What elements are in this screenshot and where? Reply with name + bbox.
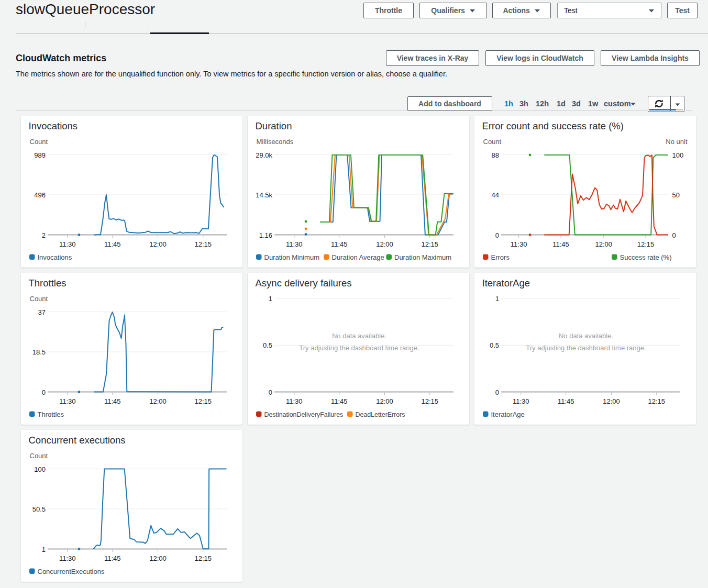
svg-text:DeadLetterErrors: DeadLetterErrors — [356, 411, 405, 418]
svg-text:Throttles: Throttles — [29, 278, 67, 289]
svg-text:12:15: 12:15 — [194, 240, 212, 248]
svg-text:11:30: 11:30 — [286, 240, 303, 248]
svg-text:11:30: 11:30 — [59, 240, 76, 248]
svg-text:DestinationDeliveryFailures: DestinationDeliveryFailures — [264, 411, 344, 418]
svg-text:100: 100 — [672, 151, 684, 159]
svg-text:Success rate (%): Success rate (%) — [620, 253, 672, 261]
svg-text:11:45: 11:45 — [104, 240, 121, 248]
svg-text:0.5: 0.5 — [263, 341, 272, 349]
svg-text:14.5k: 14.5k — [256, 191, 272, 199]
svg-text:Count: Count — [30, 138, 48, 146]
svg-text:Errors: Errors — [491, 253, 510, 261]
svg-text:44: 44 — [492, 191, 499, 199]
svg-text:29.0k: 29.0k — [256, 151, 272, 159]
svg-text:50: 50 — [672, 191, 680, 199]
svg-text:12:15: 12:15 — [421, 397, 438, 405]
svg-text:Count: Count — [483, 138, 502, 146]
svg-text:50.5: 50.5 — [32, 505, 46, 513]
svg-text:Duration Minimum: Duration Minimum — [264, 253, 319, 261]
svg-text:12:15: 12:15 — [637, 240, 655, 248]
svg-text:12:00: 12:00 — [376, 240, 393, 248]
svg-text:0: 0 — [42, 389, 46, 396]
svg-text:1: 1 — [42, 546, 46, 553]
svg-text:Invocations: Invocations — [29, 120, 78, 131]
svg-text:11:45: 11:45 — [104, 397, 121, 405]
svg-text:12:15: 12:15 — [648, 397, 665, 405]
svg-text:Duration Maximum: Duration Maximum — [394, 253, 451, 261]
svg-text:496: 496 — [34, 191, 46, 199]
svg-text:11:30: 11:30 — [59, 397, 76, 405]
svg-text:100: 100 — [34, 465, 46, 473]
svg-text:Throttles: Throttles — [38, 411, 64, 418]
svg-text:0: 0 — [495, 231, 499, 239]
svg-text:12:00: 12:00 — [149, 397, 167, 405]
svg-text:Count: Count — [30, 295, 48, 303]
svg-text:Invocations: Invocations — [38, 253, 72, 261]
svg-text:Async delivery failures: Async delivery failures — [256, 278, 352, 289]
svg-text:No unit: No unit — [666, 138, 688, 146]
svg-text:18.5: 18.5 — [32, 348, 46, 356]
svg-text:88: 88 — [492, 151, 499, 159]
svg-text:Try adjusting the dashboard ti: Try adjusting the dashboard time range. — [299, 344, 419, 352]
svg-text:0: 0 — [269, 389, 272, 396]
svg-text:12:00: 12:00 — [149, 554, 167, 562]
svg-text:1: 1 — [495, 295, 499, 303]
svg-text:11:30: 11:30 — [286, 397, 303, 405]
svg-text:12:00: 12:00 — [603, 397, 620, 405]
svg-text:11:45: 11:45 — [558, 397, 574, 405]
svg-text:0.5: 0.5 — [490, 341, 499, 349]
svg-text:Concurrent executions: Concurrent executions — [29, 435, 126, 446]
svg-text:11:45: 11:45 — [331, 240, 348, 248]
svg-text:11:45: 11:45 — [104, 554, 121, 562]
svg-text:11:30: 11:30 — [59, 554, 76, 562]
svg-text:12:15: 12:15 — [421, 240, 438, 248]
svg-text:1: 1 — [269, 295, 272, 303]
svg-text:Milliseconds: Milliseconds — [257, 138, 294, 146]
svg-text:11:30: 11:30 — [513, 397, 529, 405]
svg-text:12:15: 12:15 — [194, 554, 212, 562]
svg-text:2: 2 — [42, 231, 46, 239]
svg-text:Error count and success rate (: Error count and success rate (%) — [482, 120, 624, 131]
svg-text:989: 989 — [34, 151, 46, 159]
svg-text:No data available.: No data available. — [332, 332, 386, 340]
svg-text:Duration Average: Duration Average — [332, 253, 384, 261]
svg-text:0: 0 — [495, 389, 499, 396]
svg-text:Duration: Duration — [256, 120, 292, 131]
svg-text:12:00: 12:00 — [376, 397, 393, 405]
svg-text:11:30: 11:30 — [511, 240, 527, 248]
svg-text:ConcurrentExecutions: ConcurrentExecutions — [38, 568, 105, 575]
svg-text:No data available.: No data available. — [559, 332, 613, 340]
svg-text:11:45: 11:45 — [331, 397, 348, 405]
svg-text:12:15: 12:15 — [194, 397, 212, 405]
svg-text:1.16: 1.16 — [259, 231, 272, 239]
svg-text:Try adjusting the dashboard ti: Try adjusting the dashboard time range. — [526, 344, 646, 352]
svg-text:11:45: 11:45 — [552, 240, 569, 248]
svg-text:12:00: 12:00 — [149, 240, 167, 248]
svg-text:37: 37 — [38, 308, 46, 316]
svg-text:IteratorAge: IteratorAge — [482, 278, 530, 289]
svg-text:Count: Count — [30, 452, 48, 460]
svg-text:12:00: 12:00 — [595, 240, 613, 248]
svg-text:IteratorAge: IteratorAge — [491, 411, 525, 418]
svg-text:0: 0 — [672, 231, 676, 239]
